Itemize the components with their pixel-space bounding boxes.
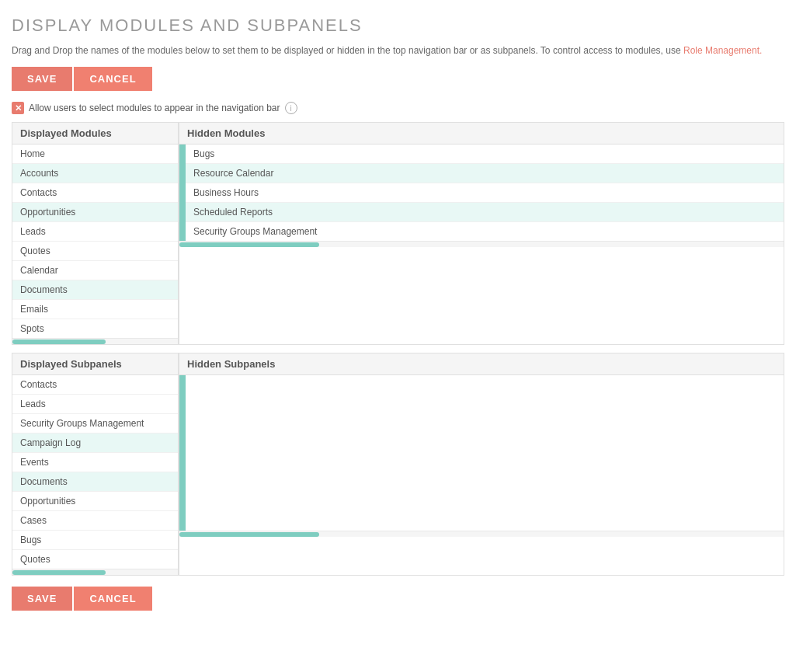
displayed-module-item[interactable]: Documents bbox=[12, 280, 178, 300]
allow-users-row: ✕ Allow users to select modules to appea… bbox=[12, 102, 784, 114]
bottom-toolbar: SAVE CANCEL bbox=[12, 587, 784, 611]
hidden-subpanels-header: Hidden Subpanels bbox=[179, 353, 784, 375]
role-management-link[interactable]: Role Management. bbox=[683, 45, 762, 56]
displayed-subpanel-item[interactable]: Campaign Log bbox=[12, 433, 178, 453]
page-title: DISPLAY MODULES AND SUBPANELS bbox=[12, 16, 784, 36]
displayed-module-item[interactable]: Leads bbox=[12, 222, 178, 242]
displayed-module-item[interactable]: Quotes bbox=[12, 242, 178, 261]
page-description: Drag and Drop the names of the modules b… bbox=[12, 45, 784, 56]
displayed-subpanels-scrollbar[interactable] bbox=[12, 569, 178, 575]
displayed-subpanel-item[interactable]: Leads bbox=[12, 395, 178, 414]
hidden-subpanels-panel: Hidden Subpanels bbox=[179, 353, 784, 576]
drag-indicator-bar bbox=[179, 375, 186, 531]
subpanels-section: Displayed Subpanels ContactsLeadsSecurit… bbox=[12, 353, 784, 576]
displayed-module-item[interactable]: Contacts bbox=[12, 183, 178, 203]
allow-users-icon[interactable]: ✕ bbox=[12, 102, 24, 114]
hidden-modules-panel: Hidden Modules BugsResource CalendarBusi… bbox=[179, 122, 784, 345]
hidden-module-item[interactable]: Bugs bbox=[186, 144, 784, 164]
displayed-module-item[interactable]: Home bbox=[12, 144, 178, 164]
hidden-modules-header: Hidden Modules bbox=[179, 123, 784, 144]
modules-panels-row: Displayed Modules HomeAccountsContactsOp… bbox=[12, 122, 784, 345]
hidden-module-item[interactable]: Business Hours bbox=[186, 183, 784, 203]
hidden-module-item[interactable]: Resource Calendar bbox=[186, 164, 784, 183]
displayed-subpanel-item[interactable]: Documents bbox=[12, 472, 178, 492]
hidden-modules-scrollbar[interactable] bbox=[179, 241, 784, 247]
save-button-top[interactable]: SAVE bbox=[12, 67, 72, 91]
displayed-subpanel-item[interactable]: Security Groups Management bbox=[12, 414, 178, 433]
hidden-subpanels-list bbox=[179, 375, 784, 531]
displayed-module-item[interactable]: Emails bbox=[12, 300, 178, 319]
displayed-subpanel-item[interactable]: Opportunities bbox=[12, 492, 178, 511]
save-button-bottom[interactable]: SAVE bbox=[12, 587, 72, 611]
displayed-module-item[interactable]: Opportunities bbox=[12, 203, 178, 222]
top-toolbar: SAVE CANCEL bbox=[12, 67, 784, 91]
displayed-subpanels-panel: Displayed Subpanels ContactsLeadsSecurit… bbox=[12, 353, 179, 576]
displayed-module-item[interactable]: Accounts bbox=[12, 164, 178, 183]
description-text: Drag and Drop the names of the modules b… bbox=[12, 45, 681, 56]
displayed-subpanel-item[interactable]: Bugs bbox=[12, 531, 178, 550]
drag-indicator-bar bbox=[179, 144, 186, 241]
cancel-button-top[interactable]: CANCEL bbox=[74, 67, 151, 91]
displayed-modules-scrollbar[interactable] bbox=[12, 338, 178, 344]
hidden-module-item[interactable]: Scheduled Reports bbox=[186, 203, 784, 222]
displayed-modules-list: HomeAccountsContactsOpportunitiesLeadsQu… bbox=[12, 144, 178, 338]
displayed-subpanel-item[interactable]: Contacts bbox=[12, 375, 178, 395]
displayed-module-item[interactable]: Calendar bbox=[12, 261, 178, 280]
displayed-module-item[interactable]: Spots bbox=[12, 319, 178, 338]
cancel-button-bottom[interactable]: CANCEL bbox=[74, 587, 151, 611]
displayed-subpanel-item[interactable]: Cases bbox=[12, 511, 178, 531]
displayed-subpanel-item[interactable]: Quotes bbox=[12, 550, 178, 569]
displayed-subpanels-list: ContactsLeadsSecurity Groups ManagementC… bbox=[12, 375, 178, 569]
hidden-module-item[interactable]: Security Groups Management bbox=[186, 222, 784, 241]
displayed-modules-panel: Displayed Modules HomeAccountsContactsOp… bbox=[12, 122, 179, 345]
subpanels-panels-row: Displayed Subpanels ContactsLeadsSecurit… bbox=[12, 353, 784, 576]
displayed-modules-header: Displayed Modules bbox=[12, 123, 178, 144]
allow-users-label: Allow users to select modules to appear … bbox=[29, 103, 280, 113]
displayed-subpanel-item[interactable]: Events bbox=[12, 453, 178, 472]
info-icon[interactable]: i bbox=[285, 102, 297, 114]
hidden-modules-list: BugsResource CalendarBusiness HoursSched… bbox=[179, 144, 784, 241]
modules-section: Displayed Modules HomeAccountsContactsOp… bbox=[12, 122, 784, 345]
displayed-subpanels-header: Displayed Subpanels bbox=[12, 353, 178, 375]
hidden-subpanels-scrollbar[interactable] bbox=[179, 531, 784, 537]
